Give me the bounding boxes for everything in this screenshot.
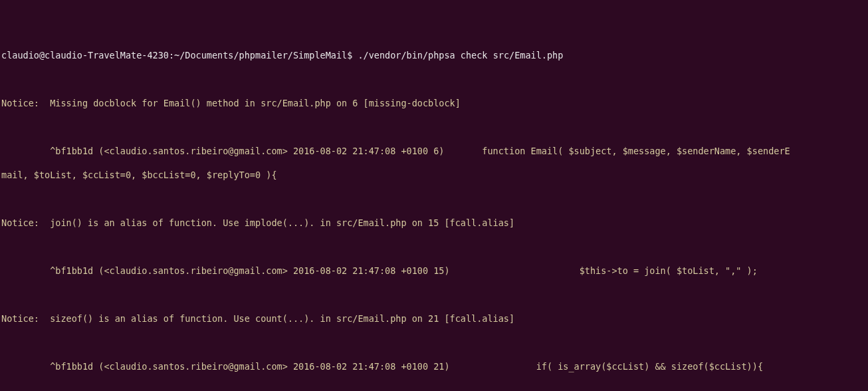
blank-line bbox=[1, 241, 867, 253]
blank-line bbox=[1, 384, 867, 391]
shell-prompt: claudio@claudio-TravelMate-4230:~/Docume… bbox=[1, 50, 358, 61]
terminal-prompt-line[interactable]: claudio@claudio-TravelMate-4230:~/Docume… bbox=[1, 49, 867, 61]
blame-line: ^bf1bb1d (<claudio.santos.ribeiro@gmail.… bbox=[1, 360, 867, 372]
blank-line bbox=[1, 121, 867, 133]
notice-line: Notice: Missing docblock for Email() met… bbox=[1, 97, 867, 109]
blame-line: ^bf1bb1d (<claudio.santos.ribeiro@gmail.… bbox=[1, 265, 867, 277]
blank-line bbox=[1, 73, 867, 85]
blame-line: mail, $toList, $ccList=0, $bccList=0, $r… bbox=[1, 169, 867, 181]
blank-line bbox=[1, 289, 867, 301]
mouse-pointer-icon bbox=[722, 371, 732, 384]
shell-command: ./vendor/bin/phpsa check src/Email.php bbox=[358, 50, 563, 61]
notice-line: Notice: join() is an alias of function. … bbox=[1, 217, 867, 229]
blank-line bbox=[1, 193, 867, 205]
blank-line bbox=[1, 336, 867, 348]
blame-line: ^bf1bb1d (<claudio.santos.ribeiro@gmail.… bbox=[1, 145, 867, 157]
notice-line: Notice: sizeof() is an alias of function… bbox=[1, 313, 867, 325]
